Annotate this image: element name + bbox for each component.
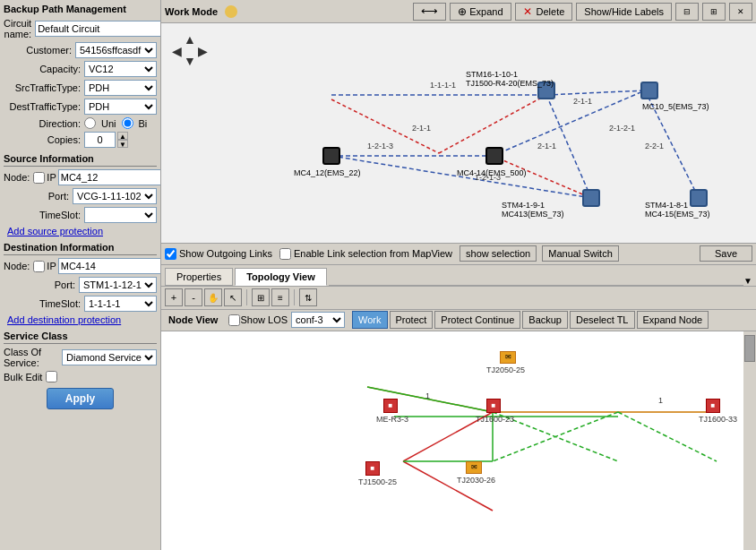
lines-button[interactable]: ≡ — [271, 288, 289, 306]
dest-port-label: Port: — [4, 279, 79, 290]
source-info-title: Source Information — [4, 153, 157, 167]
zoom-out-button[interactable]: - — [185, 288, 202, 306]
direction-bi-radio[interactable] — [122, 117, 133, 129]
select-tool-button[interactable]: ↖ — [224, 288, 242, 306]
enable-link-selection-checkbox[interactable] — [279, 248, 291, 260]
svg-line-3 — [439, 95, 546, 153]
svg-text:2-1-1: 2-1-1 — [537, 142, 556, 150]
svg-text:2-2-1: 2-2-1 — [645, 142, 664, 150]
node-mc4-15-label: STM4-1-8-1 — [645, 201, 688, 210]
customer-select[interactable]: 54156sffcasdf — [75, 42, 157, 58]
copies-spinner[interactable]: ▲ ▼ — [117, 132, 128, 148]
svg-line-8 — [546, 95, 591, 198]
copies-up-btn[interactable]: ▲ — [117, 132, 128, 140]
source-node-checkbox[interactable] — [33, 172, 45, 184]
circuit-name-row: Circuit name: — [4, 18, 157, 39]
dest-node-input[interactable] — [58, 258, 161, 274]
close-btn-2[interactable]: ⊞ — [702, 3, 726, 21]
src-traffic-select[interactable]: PDH — [84, 80, 157, 96]
svg-text:1-2-1-3: 1-2-1-3 — [367, 142, 393, 150]
collapse-arrow[interactable]: ▼ — [743, 276, 752, 286]
delete-button[interactable]: ✕ Delete — [515, 3, 573, 21]
share-button[interactable]: ⇅ — [299, 288, 317, 306]
fit-all-button[interactable]: ⊞ — [252, 288, 270, 306]
apply-button[interactable]: Apply — [47, 388, 114, 409]
show-hide-labels-button[interactable]: Show/Hide Labels — [576, 3, 672, 21]
backup-button[interactable]: Backup — [522, 311, 568, 329]
expand-button[interactable]: ⊕ Expand — [450, 3, 511, 21]
direction-radio-group: Uni Bi — [84, 117, 147, 129]
tab-topology[interactable]: Topology View — [235, 268, 327, 286]
circuit-name-input[interactable] — [35, 21, 161, 37]
copies-input[interactable] — [84, 132, 116, 148]
src-traffic-label: SrcTrafficType: — [4, 82, 84, 93]
dest-node-row: Node: IP — [4, 258, 157, 274]
direction-uni-radio[interactable] — [84, 117, 96, 129]
svg-text:2-1-2-1: 2-1-2-1 — [609, 124, 635, 133]
dest-node-checkbox[interactable] — [33, 261, 45, 272]
toolbar-separator-1 — [246, 289, 247, 305]
show-los-label: Show LOS — [240, 314, 288, 325]
source-ip-label: IP — [47, 172, 56, 183]
capacity-label: Capacity: — [4, 64, 84, 74]
tab-properties[interactable]: Properties — [165, 268, 233, 286]
source-port-label: Port: — [4, 191, 73, 202]
panel-title: Backup Path Management — [4, 4, 157, 14]
copies-label: Copies: — [4, 134, 84, 145]
work-mode-icon[interactable] — [225, 5, 237, 18]
capacity-select[interactable]: VC12 — [84, 61, 157, 77]
node-mc4-14[interactable] — [485, 147, 503, 165]
svg-line-2 — [331, 99, 439, 153]
add-dest-protection-link[interactable]: Add destination protection — [7, 314, 157, 325]
service-class-select[interactable]: Diamond Service — [62, 349, 157, 365]
capacity-row: Capacity: VC12 — [4, 61, 157, 77]
expand-node-button[interactable]: Expand Node — [637, 311, 709, 329]
dest-traffic-select[interactable]: PDH — [84, 99, 157, 115]
work-button[interactable]: Work — [352, 311, 387, 329]
node-mc4-12[interactable] — [322, 147, 340, 165]
dest-port-select[interactable]: STM1-1-12-1 — [79, 277, 157, 293]
source-timeslot-label: TimeSlot: — [4, 210, 84, 220]
source-timeslot-select[interactable] — [84, 207, 157, 223]
protect-continue-button[interactable]: Protect Continue — [434, 311, 520, 329]
nav-up-arrow[interactable]: ▲ — [184, 32, 196, 47]
direction-row: Direction: Uni Bi — [4, 117, 157, 129]
hand-tool-button[interactable]: ✋ — [204, 288, 222, 306]
copies-down-btn[interactable]: ▼ — [117, 140, 128, 148]
node-mc4-15-sublabel: MC4-15(EMS_73) — [645, 210, 710, 219]
work-mode-title: Work Mode — [165, 6, 218, 17]
show-los-checkbox[interactable] — [228, 314, 240, 326]
scrollbar[interactable] — [743, 331, 756, 551]
source-port-select[interactable]: VCG-1-11-102 — [73, 188, 157, 204]
source-node-input[interactable] — [58, 169, 161, 185]
protect-button[interactable]: Protect — [390, 311, 434, 329]
dest-node-label: Node: — [4, 261, 33, 271]
show-selection-button[interactable]: show selection — [460, 245, 537, 262]
nav-left-arrow[interactable]: ◀ — [172, 44, 182, 58]
los-select[interactable]: conf-3 — [291, 312, 345, 328]
nav-right-arrow[interactable]: ▶ — [198, 44, 208, 58]
show-outgoing-links-label[interactable]: Show Outgoing Links — [165, 248, 272, 260]
svg-text:1: 1 — [425, 391, 430, 400]
enable-link-selection-label[interactable]: Enable Link selection from MapView — [279, 248, 452, 260]
show-outgoing-links-checkbox[interactable] — [165, 248, 176, 260]
nav-down-arrow[interactable]: ▼ — [184, 54, 196, 68]
service-class-title: Service Class — [4, 331, 157, 344]
scroll-thumb[interactable] — [744, 335, 755, 362]
close-btn-3[interactable]: ✕ — [729, 3, 752, 21]
arrows-btn[interactable]: ⟷ — [413, 3, 446, 21]
close-btn-1[interactable]: ⊟ — [675, 3, 699, 21]
node-mc10[interactable] — [640, 82, 658, 99]
save-button[interactable]: Save — [700, 245, 752, 262]
bulk-edit-checkbox[interactable] — [46, 371, 57, 382]
deselect-tl-button[interactable]: Deselect TL — [570, 311, 635, 329]
svg-line-5 — [493, 90, 645, 156]
node-mc4-15[interactable] — [690, 189, 708, 207]
dest-traffic-row: DestTrafficType: PDH — [4, 99, 157, 115]
manual-switch-button[interactable]: Manual Switch — [542, 245, 619, 262]
add-source-protection-link[interactable]: Add source protection — [7, 226, 157, 236]
dest-timeslot-select[interactable]: 1-1-1-1 — [84, 296, 157, 312]
zoom-in-button[interactable]: + — [165, 288, 183, 306]
node-mc413[interactable] — [582, 189, 600, 207]
circuit-name-label: Circuit name: — [4, 18, 35, 39]
